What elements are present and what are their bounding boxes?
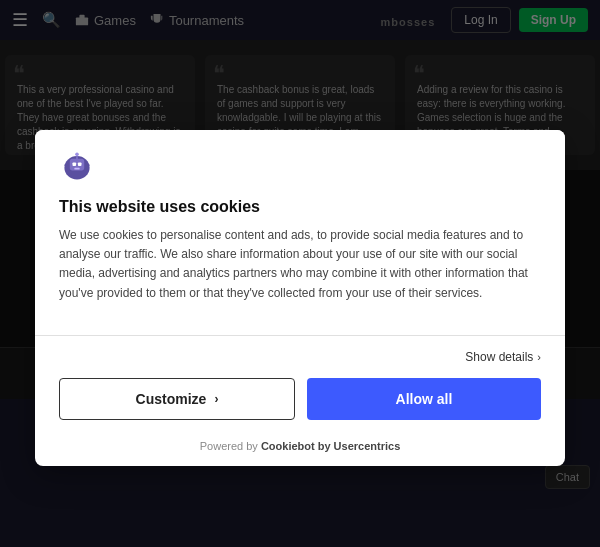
customize-button[interactable]: Customize ›	[59, 378, 295, 420]
cookiebot-link[interactable]: Cookiebot by Usercentrics	[261, 440, 400, 452]
svg-rect-6	[74, 168, 79, 170]
cookie-header	[35, 130, 565, 184]
svg-rect-4	[73, 162, 77, 166]
powered-by-text: Powered by	[200, 440, 258, 452]
customize-chevron-icon: ›	[214, 392, 218, 406]
svg-rect-9	[64, 164, 68, 166]
chevron-right-icon: ›	[537, 351, 541, 363]
cookie-actions: Show details ›	[35, 350, 565, 370]
cookie-divider	[35, 335, 565, 336]
cookie-consent-modal: This website uses cookies We use cookies…	[35, 130, 565, 466]
cookie-powered-by: Powered by Cookiebot by Usercentrics	[35, 440, 565, 466]
show-details-button[interactable]: Show details ›	[465, 350, 541, 364]
cookiebot-logo	[59, 148, 95, 184]
svg-point-8	[75, 153, 79, 157]
cookie-body: This website uses cookies We use cookies…	[35, 198, 565, 321]
allow-all-button[interactable]: Allow all	[307, 378, 541, 420]
svg-rect-10	[86, 164, 90, 166]
customize-label: Customize	[136, 391, 207, 407]
cookie-buttons: Customize › Allow all	[35, 370, 565, 440]
svg-rect-5	[78, 162, 82, 166]
cookie-description: We use cookies to personalise content an…	[59, 226, 541, 303]
cookie-title: This website uses cookies	[59, 198, 541, 216]
show-details-label: Show details	[465, 350, 533, 364]
